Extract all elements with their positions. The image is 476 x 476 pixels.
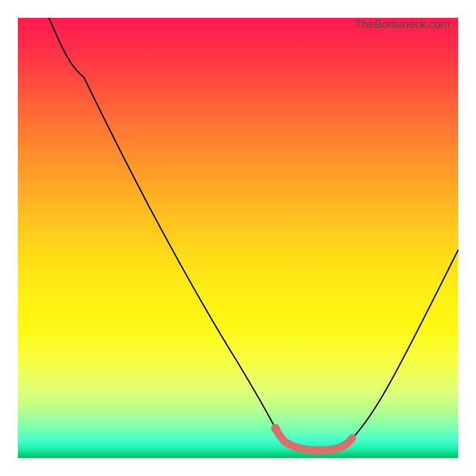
plot-area: TheBottleneck.com [18, 18, 458, 458]
bottleneck-curve-svg [18, 18, 458, 458]
watermark-text: TheBottleneck.com [355, 18, 450, 31]
chart-container: TheBottleneck.com [10, 10, 466, 466]
bottleneck-curve [49, 18, 458, 450]
highlight-start-dot [271, 424, 280, 433]
optimal-range-highlight [275, 428, 352, 450]
